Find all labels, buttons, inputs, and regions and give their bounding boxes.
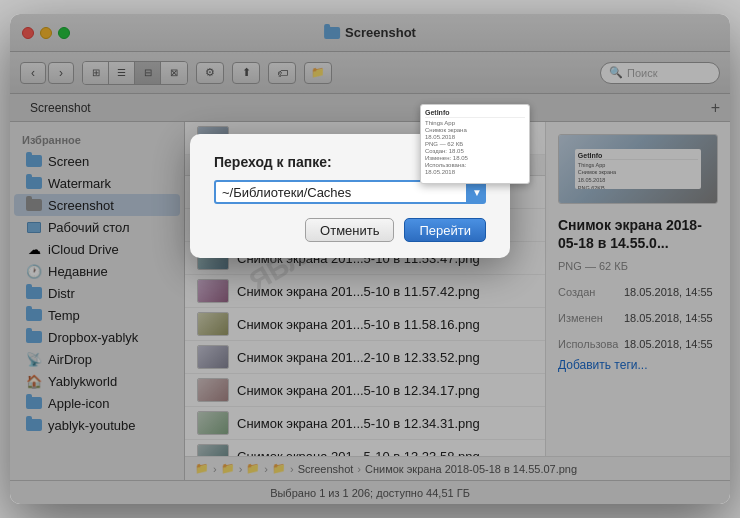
modal-preview-thumb: GetInfo Things App Снимок экрана 18.05.2…	[420, 122, 530, 184]
goto-folder-modal: GetInfo Things App Снимок экрана 18.05.2…	[190, 134, 510, 258]
main-content: Избранное Screen Watermark Screenshot Ра…	[10, 122, 730, 480]
modal-overlay: GetInfo Things App Снимок экрана 18.05.2…	[10, 122, 730, 480]
modal-buttons: Отменить Перейти	[214, 218, 486, 242]
cancel-button[interactable]: Отменить	[305, 218, 394, 242]
go-button[interactable]: Перейти	[404, 218, 486, 242]
finder-window: Screenshot ‹ › ⊞ ☰ ⊟ ⊠ ⚙ ⬆ 🏷 📁 🔍 Поиск S…	[10, 14, 730, 504]
